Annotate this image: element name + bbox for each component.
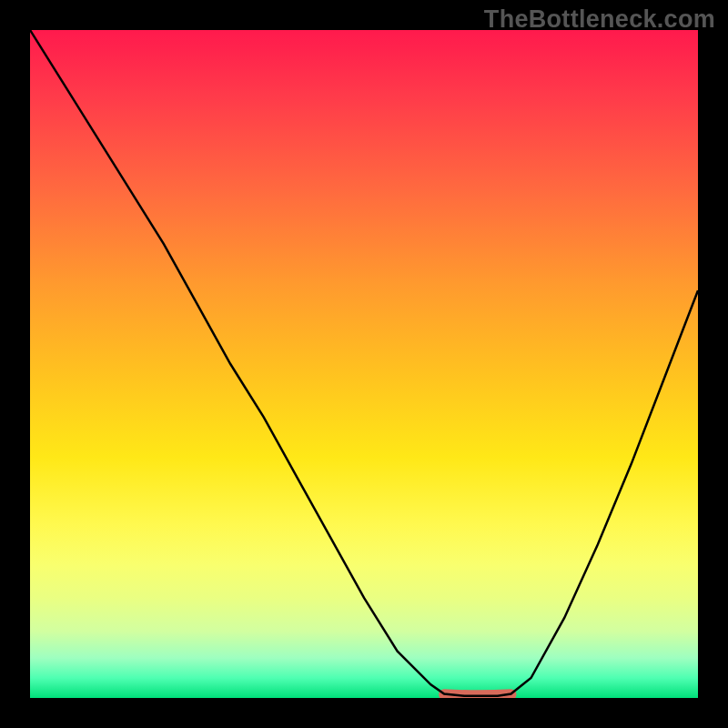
chart-frame: TheBottleneck.com	[0, 0, 728, 728]
bottleneck-curve-line	[30, 30, 698, 696]
watermark-text: TheBottleneck.com	[484, 5, 715, 34]
chart-svg	[30, 30, 698, 698]
plot-area	[30, 30, 698, 698]
